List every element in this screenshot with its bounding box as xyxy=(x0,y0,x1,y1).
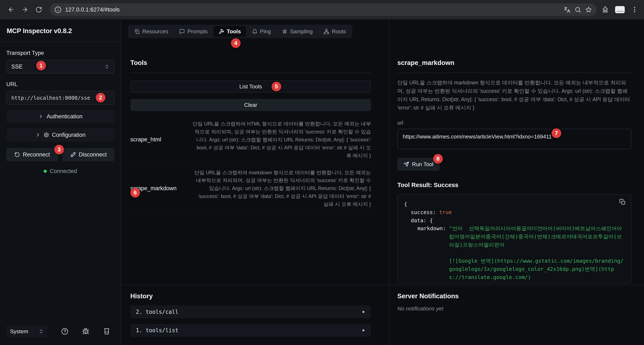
reconnect-button[interactable]: Reconnect xyxy=(6,148,58,161)
tool-detail-panel: scrape_markdown 단일 URL을 스크랩하여 markdown 형… xyxy=(390,19,644,345)
authentication-label: Authentication xyxy=(46,113,82,120)
history-section: History 2. tools/call 1. tools/list xyxy=(121,285,389,345)
no-notifications-text: No notifications yet xyxy=(397,306,632,312)
connection-status: Connected xyxy=(6,168,114,174)
profile-avatar[interactable] xyxy=(615,6,625,13)
help-icon[interactable] xyxy=(61,328,68,335)
json-success-line: success:true xyxy=(404,208,625,217)
json-key-data: data: xyxy=(411,217,426,225)
unplug-icon xyxy=(70,152,76,157)
divider xyxy=(397,72,632,73)
history-item-tools-list[interactable]: 1. tools/list xyxy=(130,324,371,337)
list-tools-button[interactable]: List Tools xyxy=(130,80,371,93)
app-title: MCP Inspector v0.8.2 xyxy=(0,19,121,42)
disconnect-label: Disconnect xyxy=(79,151,107,158)
chevron-right-icon xyxy=(35,132,41,138)
connection-buttons: Reconnect Disconnect xyxy=(6,148,114,161)
json-open-brace: { xyxy=(404,200,625,208)
tool-result-json[interactable]: { success:true data:{ markdown:"언어 선택독일어… xyxy=(397,194,632,283)
tool-description: 단일 URL을 스크랩하여 HTML 형식으로 데이터를 반환합니다. 모든 예… xyxy=(192,120,371,160)
transport-type-label: Transport Type xyxy=(6,50,114,56)
reload-icon xyxy=(36,6,42,13)
json-key-success: success: xyxy=(411,208,436,217)
url-label: URL xyxy=(6,81,114,87)
zoom-icon[interactable] xyxy=(574,6,581,13)
url-param-input[interactable]: https://www.aitimes.com/news/articleView… xyxy=(397,129,632,149)
tool-list-item-scrape-markdown[interactable]: scrape_markdown 단일 URL을 스크랩하여 markdown 형… xyxy=(130,169,371,212)
bug-icon[interactable] xyxy=(82,328,89,335)
connected-dot-icon xyxy=(44,170,47,173)
gear-icon xyxy=(44,132,49,138)
copy-button[interactable] xyxy=(618,199,627,205)
server-notifications-title: Server Notifications xyxy=(397,293,632,300)
chevron-right-icon xyxy=(38,114,44,119)
configuration-label: Configuration xyxy=(52,132,86,138)
reconnect-label: Reconnect xyxy=(23,151,50,158)
server-notifications-section: Server Notifications No notifications ye… xyxy=(390,285,644,345)
back-arrow-icon xyxy=(8,6,14,13)
json-data-brace: { xyxy=(430,217,433,225)
run-tool-button[interactable]: Run Tool xyxy=(397,158,440,171)
expand-arrow-icon xyxy=(362,329,366,332)
divider xyxy=(130,72,371,73)
chevrons-up-down-icon xyxy=(104,64,110,69)
transport-type-value: SSE xyxy=(11,63,23,70)
tool-name: scrape_html xyxy=(130,136,186,143)
json-markdown-line: markdown:"언어 선택독일어러시아어몽골어미얀마어(버마어)베트남어스페… xyxy=(404,225,625,283)
browser-reload-button[interactable] xyxy=(33,3,45,16)
forward-arrow-icon xyxy=(22,6,28,13)
copy-icon xyxy=(619,199,626,205)
address-bar[interactable]: 127.0.0.1:6274/#tools xyxy=(50,3,597,16)
configuration-toggle[interactable]: Configuration xyxy=(6,128,114,142)
sidebar: MCP Inspector v0.8.2 Transport Type SSE … xyxy=(0,19,121,345)
chevrons-up-down-icon xyxy=(38,329,44,334)
clear-label: Clear xyxy=(244,102,257,108)
main-area: Resources Prompts Tools Ping Sampling Ro… xyxy=(121,19,644,345)
tools-panel-inner: Tools List Tools Clear scrape_html 단일 UR… xyxy=(130,19,371,211)
clear-button[interactable]: Clear xyxy=(130,99,371,111)
browser-menu-icon[interactable] xyxy=(631,6,638,13)
expand-arrow-icon xyxy=(362,310,366,314)
history-item-label: 1. tools/list xyxy=(136,327,178,334)
history-item-tools-call[interactable]: 2. tools/call xyxy=(130,306,371,319)
theme-select[interactable]: System xyxy=(6,325,47,338)
connection-status-text: Connected xyxy=(50,168,77,174)
list-tools-label: List Tools xyxy=(239,83,262,90)
extensions-puzzle-icon[interactable] xyxy=(602,6,609,13)
mcp-inspector-app: MCP Inspector v0.8.2 Transport Type SSE … xyxy=(0,19,644,345)
sidebar-body: Transport Type SSE URL Authentication Co… xyxy=(0,42,121,320)
address-url-text: 127.0.0.1:6274/#tools xyxy=(65,6,560,13)
history-item-label: 2. tools/call xyxy=(136,309,178,315)
browser-back-button[interactable] xyxy=(5,3,17,16)
json-data-line: data:{ xyxy=(404,217,625,225)
theme-select-value: System xyxy=(10,328,28,335)
flask-icon[interactable] xyxy=(103,328,110,335)
translate-icon[interactable] xyxy=(564,6,571,13)
send-icon xyxy=(404,161,409,167)
footer-icons xyxy=(61,328,110,335)
history-title: History xyxy=(130,293,371,300)
tool-description: 단일 URL을 스크랩하여 markdown 형식으로 데이터를 반환합니다. … xyxy=(192,169,371,208)
bookmark-star-icon[interactable] xyxy=(585,6,592,13)
tools-panel: Tools List Tools Clear scrape_html 단일 UR… xyxy=(121,19,390,345)
run-tool-label: Run Tool xyxy=(412,161,434,168)
url-param-label: url xyxy=(397,120,632,126)
transport-type-select[interactable]: SSE xyxy=(6,60,114,73)
json-value-markdown: "언어 선택독일어러시아어몽골어미얀마어(버마어)베트남어스페인어아랍어영어일본… xyxy=(449,225,625,283)
tool-name: scrape_markdown xyxy=(130,185,186,192)
json-key-markdown: markdown: xyxy=(418,225,446,283)
json-value-success: true xyxy=(439,208,452,217)
server-url-input[interactable] xyxy=(6,91,114,105)
browser-toolbar: 127.0.0.1:6274/#tools xyxy=(0,0,644,19)
tool-detail-description: 단일 URL을 스크랩하여 markdown 형식으로 데이터를 반환합니다. … xyxy=(397,78,632,112)
tool-detail-title: scrape_markdown xyxy=(397,59,632,67)
tool-list-item-scrape-html[interactable]: scrape_html 단일 URL을 스크랩하여 HTML 형식으로 데이터를… xyxy=(130,120,371,163)
tools-panel-title: Tools xyxy=(130,59,371,67)
authentication-toggle[interactable]: Authentication xyxy=(6,110,114,123)
sidebar-footer: System xyxy=(0,320,121,345)
disconnect-button[interactable]: Disconnect xyxy=(63,148,114,161)
site-info-icon[interactable] xyxy=(54,6,62,13)
tool-result-title: Tool Result: Success xyxy=(397,182,632,189)
tool-detail-inner: scrape_markdown 단일 URL을 스크랩하여 markdown 형… xyxy=(397,19,632,283)
browser-forward-button[interactable] xyxy=(19,3,31,16)
